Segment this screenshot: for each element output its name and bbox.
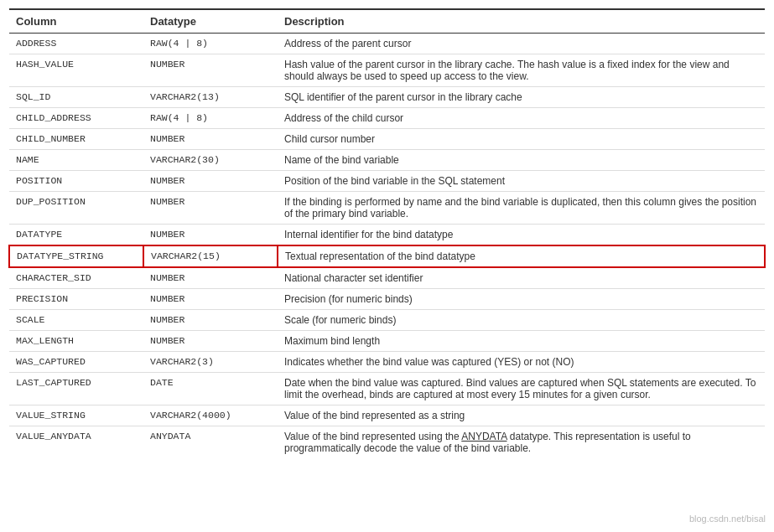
cell-column-name: CHARACTER_SID [9, 267, 143, 289]
cell-column-name: SCALE [9, 310, 143, 331]
cell-column-name: SQL_ID [9, 87, 143, 108]
cell-datatype: RAW(4 | 8) [143, 108, 278, 129]
cell-description: National character set identifier [278, 267, 765, 289]
cell-column-name: VALUE_ANYDATA [9, 426, 143, 459]
cell-datatype: NUMBER [143, 289, 278, 310]
cell-description: Address of the child cursor [278, 108, 765, 129]
cell-datatype: NUMBER [143, 129, 278, 150]
cell-column-name: CHILD_ADDRESS [9, 108, 143, 129]
cell-column-name: MAX_LENGTH [9, 331, 143, 352]
cell-datatype: ANYDATA [143, 426, 278, 459]
cell-column-name: POSITION [9, 171, 143, 192]
cell-description: Hash value of the parent cursor in the l… [278, 54, 765, 87]
cell-column-name: DATATYPE_STRING [9, 245, 143, 267]
cell-datatype: DATE [143, 373, 278, 405]
cell-description: Internal identifier for the bind datatyp… [278, 225, 765, 246]
cell-description: Maximum bind length [278, 331, 765, 352]
cell-column-name: WAS_CAPTURED [9, 352, 143, 373]
cell-datatype: NUMBER [143, 331, 278, 352]
table-row: SCALENUMBERScale (for numeric binds) [9, 310, 765, 331]
header-datatype: Datatype [143, 9, 278, 34]
cell-column-name: HASH_VALUE [9, 54, 143, 87]
cell-column-name: PRECISION [9, 289, 143, 310]
cell-datatype: VARCHAR2(13) [143, 87, 278, 108]
cell-datatype: NUMBER [143, 267, 278, 289]
cell-column-name: NAME [9, 150, 143, 171]
table-row: POSITIONNUMBERPosition of the bind varia… [9, 171, 765, 192]
table-row: WAS_CAPTUREDVARCHAR2(3)Indicates whether… [9, 352, 765, 373]
cell-column-name: DATATYPE [9, 225, 143, 246]
table-row: HASH_VALUENUMBERHash value of the parent… [9, 54, 765, 87]
table-row: MAX_LENGTHNUMBERMaximum bind length [9, 331, 765, 352]
header-description: Description [278, 9, 765, 34]
cell-description: Value of the bind represented as a strin… [278, 405, 765, 426]
cell-datatype: NUMBER [143, 225, 278, 246]
cell-datatype: NUMBER [143, 310, 278, 331]
table-header-row: Column Datatype Description [9, 9, 765, 34]
table-row: PRECISIONNUMBERPrecision (for numeric bi… [9, 289, 765, 310]
cell-description: Precision (for numeric binds) [278, 289, 765, 310]
table-row: DUP_POSITIONNUMBERIf the binding is perf… [9, 192, 765, 225]
cell-description: Name of the bind variable [278, 150, 765, 171]
table-row: CHARACTER_SIDNUMBERNational character se… [9, 267, 765, 289]
cell-column-name: CHILD_NUMBER [9, 129, 143, 150]
cell-description: SQL identifier of the parent cursor in t… [278, 87, 765, 108]
cell-column-name: VALUE_STRING [9, 405, 143, 426]
table-row: VALUE_ANYDATAANYDATAValue of the bind re… [9, 426, 765, 459]
cell-description: Child cursor number [278, 129, 765, 150]
cell-datatype: VARCHAR2(30) [143, 150, 278, 171]
table-row: NAMEVARCHAR2(30)Name of the bind variabl… [9, 150, 765, 171]
cell-description: If the binding is performed by name and … [278, 192, 765, 225]
main-table: Column Datatype Description ADDRESSRAW(4… [8, 8, 766, 458]
table-row: LAST_CAPTUREDDATEDate when the bind valu… [9, 373, 765, 405]
cell-datatype: VARCHAR2(15) [143, 245, 278, 267]
table-row: SQL_IDVARCHAR2(13)SQL identifier of the … [9, 87, 765, 108]
cell-datatype: NUMBER [143, 171, 278, 192]
cell-description: Textual representation of the bind datat… [278, 245, 765, 267]
table-row: ADDRESSRAW(4 | 8)Address of the parent c… [9, 34, 765, 54]
cell-datatype: VARCHAR2(4000) [143, 405, 278, 426]
cell-description: Position of the bind variable in the SQL… [278, 171, 765, 192]
table-row: DATATYPENUMBERInternal identifier for th… [9, 225, 765, 246]
cell-column-name: LAST_CAPTURED [9, 373, 143, 405]
cell-column-name: ADDRESS [9, 34, 143, 54]
cell-description: Date when the bind value was captured. B… [278, 373, 765, 405]
cell-datatype: NUMBER [143, 54, 278, 87]
cell-column-name: DUP_POSITION [9, 192, 143, 225]
cell-description: Indicates whether the bind value was cap… [278, 352, 765, 373]
table-row: DATATYPE_STRINGVARCHAR2(15)Textual repre… [9, 245, 765, 267]
cell-datatype: VARCHAR2(3) [143, 352, 278, 373]
table-row: CHILD_NUMBERNUMBERChild cursor number [9, 129, 765, 150]
cell-description: Scale (for numeric binds) [278, 310, 765, 331]
table-row: CHILD_ADDRESSRAW(4 | 8)Address of the ch… [9, 108, 765, 129]
cell-description: Value of the bind represented using the … [278, 426, 765, 459]
cell-datatype: RAW(4 | 8) [143, 34, 278, 54]
header-column: Column [9, 9, 143, 34]
cell-description: Address of the parent cursor [278, 34, 765, 54]
cell-datatype: NUMBER [143, 192, 278, 225]
table-row: VALUE_STRINGVARCHAR2(4000)Value of the b… [9, 405, 765, 426]
